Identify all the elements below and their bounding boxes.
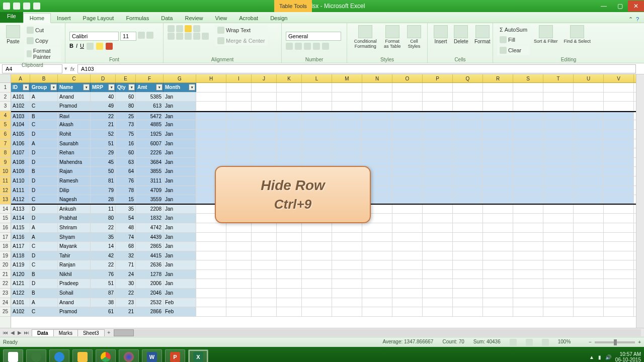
cell[interactable]: A [30, 298, 58, 307]
cell[interactable]: 2208 [136, 205, 164, 214]
cell[interactable]: 5385 [136, 93, 164, 102]
cell[interactable]: A113 [11, 205, 30, 214]
filter-dropdown-icon[interactable]: ▾ [50, 84, 57, 90]
cell[interactable]: Jan [164, 223, 196, 232]
orientation-icon[interactable] [193, 25, 200, 32]
cell[interactable]: Ramesh [58, 176, 91, 186]
bold-button[interactable]: B [69, 43, 73, 50]
cell[interactable]: D [30, 279, 58, 288]
cell[interactable]: 3559 [136, 195, 164, 204]
column-header-I[interactable]: I [226, 74, 252, 82]
cell[interactable]: Akash [58, 120, 91, 129]
cell[interactable]: A103 [11, 112, 30, 120]
cell[interactable]: Jan [164, 120, 196, 129]
align-bottom-icon[interactable] [185, 25, 192, 32]
cell[interactable]: 1278 [136, 270, 164, 279]
cell[interactable]: C [30, 120, 58, 129]
decrease-decimal-icon[interactable] [322, 43, 329, 50]
cell[interactable]: 4439 [136, 233, 164, 242]
table-header-amt[interactable]: Amt▾ [136, 83, 164, 92]
cell[interactable]: 4415 [136, 251, 164, 260]
row-header-8[interactable]: 8 [0, 148, 11, 158]
cell[interactable]: 3855 [136, 167, 164, 176]
column-header-B[interactable]: B [30, 74, 58, 82]
cell[interactable]: A109 [11, 167, 30, 176]
fill-color-icon[interactable] [96, 43, 103, 50]
cell[interactable]: Jan [164, 205, 196, 214]
table-header-group[interactable]: Group▾ [30, 83, 58, 92]
cell[interactable]: 51 [91, 279, 116, 288]
cell[interactable]: 3684 [136, 158, 164, 167]
row-header-10[interactable]: 10 [0, 167, 11, 176]
cell[interactable]: A118 [11, 251, 30, 260]
italic-button[interactable]: I [76, 43, 77, 50]
number-format-select[interactable] [286, 32, 341, 41]
table-row[interactable]: A120BNikhil76241278Jan [11, 270, 636, 280]
column-header-A[interactable]: A [11, 74, 30, 82]
cell[interactable]: A102 [11, 307, 30, 316]
cell[interactable]: 21 [91, 120, 116, 129]
cell[interactable]: 75 [116, 130, 136, 139]
cell[interactable]: A117 [11, 242, 30, 251]
cell[interactable]: B [30, 270, 58, 279]
column-header-Q[interactable]: Q [453, 74, 483, 82]
insert-cells-button[interactable]: Insert [432, 25, 450, 44]
cell[interactable]: Prabhat [58, 214, 91, 223]
sheet-tab-sheet3[interactable]: Sheet3 [77, 329, 105, 336]
sheet-tab-data[interactable]: Data [32, 329, 54, 336]
row-header-18[interactable]: 18 [0, 242, 11, 251]
row-header-4[interactable]: 4 [0, 111, 11, 121]
tab-acrobat[interactable]: Acrobat [233, 14, 264, 23]
cell[interactable]: Jan [164, 270, 196, 279]
cell[interactable]: 76 [91, 270, 116, 279]
filter-dropdown-icon[interactable]: ▾ [108, 84, 115, 90]
cell[interactable]: A112 [11, 195, 30, 204]
cell[interactable]: 51 [91, 139, 116, 148]
comma-icon[interactable] [304, 43, 311, 50]
cell[interactable]: 613 [136, 102, 164, 111]
find-select-button[interactable]: Find & Select [562, 25, 593, 44]
taskbar-app-search[interactable] [26, 349, 46, 362]
cell[interactable]: Shyam [58, 233, 91, 242]
view-pagelayout-icon[interactable] [526, 339, 533, 346]
cell[interactable]: 45 [91, 158, 116, 167]
delete-cells-button[interactable]: Delete [452, 25, 470, 44]
cell[interactable]: Dilip [58, 186, 91, 195]
cell[interactable]: A115 [11, 223, 30, 232]
table-row[interactable]: A118DTahir42324415Jan [11, 251, 636, 261]
cell[interactable]: Saurabh [58, 139, 91, 148]
cell[interactable]: A105 [11, 130, 30, 139]
cell[interactable]: 42 [91, 251, 116, 260]
align-top-icon[interactable] [168, 25, 175, 32]
taskbar-app-excel[interactable]: X [188, 349, 208, 362]
row-header-17[interactable]: 17 [0, 233, 11, 242]
shrink-font-icon[interactable] [146, 32, 153, 39]
filter-dropdown-icon[interactable]: ▾ [23, 84, 29, 90]
cell[interactable]: B [30, 289, 58, 298]
tab-page-layout[interactable]: Page Layout [77, 14, 120, 23]
cell[interactable]: 74 [116, 233, 136, 242]
row-header-7[interactable]: 7 [0, 139, 11, 149]
column-header-S[interactable]: S [513, 74, 543, 82]
align-center-icon[interactable] [176, 33, 183, 40]
align-middle-icon[interactable] [176, 25, 183, 32]
column-header-M[interactable]: M [332, 74, 362, 82]
cell[interactable]: Pradeep [58, 279, 91, 288]
cell[interactable]: 30 [116, 279, 136, 288]
row-header-2[interactable]: 2 [0, 93, 11, 102]
column-header-L[interactable]: L [302, 74, 332, 82]
font-color-icon[interactable] [106, 43, 113, 50]
cell[interactable]: 2866 [136, 307, 164, 316]
sheet-nav-prev-icon[interactable]: ◀ [9, 330, 16, 335]
cell[interactable]: 22 [91, 260, 116, 269]
cell[interactable]: A121 [11, 279, 30, 288]
row-header-13[interactable]: 13 [0, 195, 11, 205]
cell[interactable]: A [30, 223, 58, 232]
cell[interactable]: Ravi [58, 112, 91, 120]
table-header-mrp[interactable]: MRP▾ [91, 83, 116, 92]
tab-design[interactable]: Design [264, 14, 293, 23]
row-header-1[interactable]: 1 [0, 83, 11, 93]
cell[interactable]: 24 [116, 270, 136, 279]
cell[interactable]: A101 [11, 298, 30, 307]
cell[interactable]: A116 [11, 233, 30, 242]
